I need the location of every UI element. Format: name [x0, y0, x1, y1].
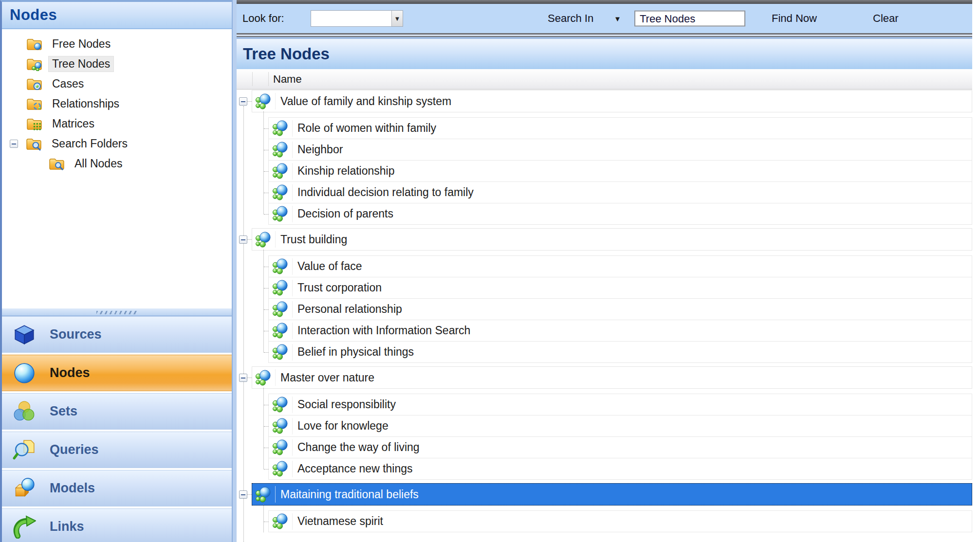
tree-child-row[interactable]: Love for knowlege: [268, 415, 972, 437]
cell-divider: [292, 344, 293, 361]
nav-button-label: Sources: [50, 327, 102, 342]
node-icon: [255, 369, 272, 386]
tree-child-row[interactable]: Change the way of living: [268, 436, 972, 458]
collapse-expander-icon[interactable]: [239, 235, 247, 244]
parent-node-cell[interactable]: Trust building: [252, 228, 972, 251]
node-icon: [272, 460, 289, 477]
parent-node-cell[interactable]: Value of family and kinship system: [252, 90, 972, 112]
tree-item-tree-nodes[interactable]: Tree Nodes: [2, 54, 232, 74]
toolbar-separator: [237, 33, 972, 39]
node-name-label: Neighbor: [297, 143, 343, 156]
cell-divider: [292, 301, 293, 318]
list-header[interactable]: Name: [237, 69, 972, 90]
window-top-bar: [237, 0, 972, 4]
tree-child-row[interactable]: Individual decision relating to family: [268, 181, 972, 203]
tree-child-row[interactable]: Interaction with Information Search: [268, 320, 972, 342]
sources-nav-button[interactable]: Sources: [2, 316, 232, 353]
parent-node-cell[interactable]: Master over nature: [252, 366, 972, 389]
links-nav-button[interactable]: Links: [2, 508, 232, 542]
collapse-expander-icon[interactable]: [239, 97, 247, 106]
nvivo-window: Nodes Free Nodes Tree Nodes: [0, 0, 972, 542]
tree-child-row[interactable]: Kinship relationship: [268, 160, 972, 182]
parent-node-cell[interactable]: Maitaining traditional beliefs: [252, 483, 972, 506]
node-name-label: Trust building: [280, 233, 347, 246]
search-folders-icon: [26, 137, 42, 151]
node-name-label: Value of face: [297, 260, 362, 273]
collapse-expander-icon[interactable]: [10, 140, 18, 148]
nodes-nav-button[interactable]: Nodes: [2, 355, 232, 391]
node-name-label: Vietnamese spirit: [297, 515, 383, 528]
panel-title: Nodes: [2, 2, 232, 29]
tree-item-label: Relationships: [49, 96, 123, 111]
tree-parent-row[interactable]: Maitaining traditional beliefs: [237, 483, 972, 506]
collapse-expander-icon[interactable]: [239, 374, 247, 382]
tree-child-row[interactable]: Acceptance new things: [268, 458, 972, 480]
tree-parent-row[interactable]: Value of family and kinship system: [237, 90, 972, 113]
tree-child-row[interactable]: Neighbor: [268, 139, 972, 161]
tree-item-search-folders[interactable]: Search Folders: [2, 134, 232, 154]
free-nodes-folder-icon: [26, 37, 42, 51]
look-for-label: Look for:: [242, 12, 284, 25]
tree-connector-line: [247, 494, 252, 495]
queries-icon: [13, 438, 36, 462]
look-for-combobox[interactable]: ▼: [311, 10, 403, 27]
search-in-dropdown-icon[interactable]: ▼: [614, 15, 621, 23]
node-icon: [272, 279, 289, 296]
tree-parent-row[interactable]: Master over nature: [237, 366, 972, 389]
tree-child-row[interactable]: Decision of parents: [268, 203, 972, 225]
find-now-button[interactable]: Find Now: [772, 12, 817, 25]
child-nodes: Vietnamese spirit: [237, 506, 972, 532]
combo-dropdown-button[interactable]: ▼: [391, 11, 403, 26]
tree-parent-row[interactable]: Trust building: [237, 228, 972, 251]
panel-splitter[interactable]: [2, 307, 232, 316]
node-name-label: Love for knowlege: [297, 419, 388, 433]
tree-item-cases[interactable]: Cases: [2, 74, 232, 94]
tree-node-group: Trust buildingValue of faceTrust corpora…: [237, 228, 972, 363]
node-name-label: Role of women within family: [297, 122, 436, 135]
view-nav-buttons: Sources Nodes Sets: [2, 316, 232, 542]
search-in-button[interactable]: Search In: [548, 12, 593, 25]
search-scope-input[interactable]: [634, 11, 745, 27]
find-toolbar: Look for: ▼ Search In ▼ Find Now Clear: [237, 4, 972, 33]
splitter-grip-icon: [96, 311, 137, 314]
models-nav-button[interactable]: Models: [2, 470, 232, 506]
node-icon: [272, 343, 289, 361]
node-name-label: Acceptance new things: [297, 462, 413, 475]
tree-child-row[interactable]: Personal relationship: [268, 298, 972, 320]
node-icon: [272, 258, 289, 275]
clear-button[interactable]: Clear: [873, 12, 899, 25]
collapse-expander-icon[interactable]: [239, 490, 247, 499]
tree-child-row[interactable]: Social responsibility: [268, 394, 972, 416]
node-icon: [255, 93, 272, 110]
main-content: Look for: ▼ Search In ▼ Find Now Clear T…: [237, 0, 972, 542]
node-name-label: Decision of parents: [297, 207, 393, 220]
tree-node-group: Value of family and kinship systemRole o…: [237, 90, 972, 225]
name-column-header[interactable]: Name: [273, 73, 302, 86]
node-icon: [272, 141, 289, 158]
models-icon: [13, 477, 36, 500]
tree-item-label: Matrices: [49, 116, 98, 131]
node-name-label: Personal relationship: [297, 303, 402, 316]
tree-item-matrices[interactable]: Matrices: [2, 114, 232, 134]
cell-divider: [292, 163, 293, 180]
cell-divider: [292, 280, 293, 296]
tree-item-all-nodes[interactable]: All Nodes: [2, 154, 232, 174]
look-for-value[interactable]: [311, 11, 391, 26]
tree-item-relationships[interactable]: Relationships: [2, 94, 232, 114]
cell-divider: [275, 93, 276, 109]
cell-divider: [292, 258, 293, 275]
queries-nav-button[interactable]: Queries: [2, 432, 232, 468]
tree-child-row[interactable]: Vietnamese spirit: [268, 510, 972, 532]
tree-child-row[interactable]: Trust corporation: [268, 277, 972, 299]
tree-child-row[interactable]: Value of face: [268, 255, 972, 277]
tree-item-label: Search Folders: [48, 136, 131, 151]
tree-child-row[interactable]: Role of women within family: [268, 117, 972, 139]
matrices-folder-icon: [26, 117, 42, 131]
sets-nav-button[interactable]: Sets: [2, 393, 232, 430]
nav-button-label: Sets: [50, 404, 77, 419]
tree-child-row[interactable]: Belief in physical things: [268, 341, 972, 363]
cell-divider: [292, 184, 293, 201]
node-icon: [272, 396, 289, 413]
cell-divider: [275, 486, 276, 503]
tree-item-free-nodes[interactable]: Free Nodes: [2, 34, 232, 54]
